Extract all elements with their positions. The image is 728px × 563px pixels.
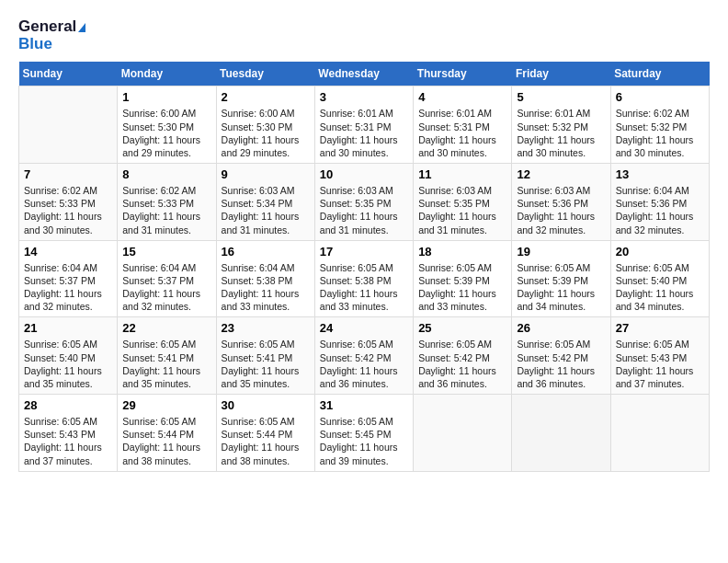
calendar-cell: 19Sunrise: 6:05 AMSunset: 5:39 PMDayligh… <box>512 240 610 317</box>
cell-info: Sunrise: 6:05 AMSunset: 5:42 PMDaylight:… <box>320 338 408 390</box>
calendar-cell: 12Sunrise: 6:03 AMSunset: 5:36 PMDayligh… <box>512 164 610 241</box>
cell-info: Sunrise: 6:05 AMSunset: 5:42 PMDaylight:… <box>517 338 605 390</box>
cell-info: Sunrise: 6:01 AMSunset: 5:31 PMDaylight:… <box>418 107 506 159</box>
calendar-cell: 22Sunrise: 6:05 AMSunset: 5:41 PMDayligh… <box>118 317 216 395</box>
cell-info: Sunrise: 6:03 AMSunset: 5:35 PMDaylight:… <box>320 184 408 236</box>
calendar-cell: 16Sunrise: 6:04 AMSunset: 5:38 PMDayligh… <box>216 240 314 317</box>
day-number: 21 <box>24 321 112 335</box>
day-number: 16 <box>222 245 310 259</box>
day-number: 8 <box>122 167 210 181</box>
day-number: 26 <box>517 321 605 335</box>
day-number: 27 <box>616 321 704 335</box>
calendar-cell: 26Sunrise: 6:05 AMSunset: 5:42 PMDayligh… <box>512 317 610 395</box>
cell-info: Sunrise: 6:01 AMSunset: 5:31 PMDaylight:… <box>320 107 408 159</box>
calendar-cell: 24Sunrise: 6:05 AMSunset: 5:42 PMDayligh… <box>314 317 413 395</box>
day-number: 4 <box>418 90 506 104</box>
day-number: 22 <box>122 321 210 335</box>
day-number: 9 <box>222 167 310 181</box>
col-header-thursday: Thursday <box>414 62 512 86</box>
page-header: General Blue <box>18 18 710 52</box>
day-number: 1 <box>122 90 210 104</box>
day-number: 12 <box>517 167 605 181</box>
calendar-cell: 30Sunrise: 6:05 AMSunset: 5:44 PMDayligh… <box>216 395 314 472</box>
week-row-5: 28Sunrise: 6:05 AMSunset: 5:43 PMDayligh… <box>19 395 710 472</box>
cell-info: Sunrise: 6:05 AMSunset: 5:45 PMDaylight:… <box>320 415 408 467</box>
calendar-cell: 20Sunrise: 6:05 AMSunset: 5:40 PMDayligh… <box>610 240 709 317</box>
cell-info: Sunrise: 6:05 AMSunset: 5:43 PMDaylight:… <box>24 415 112 467</box>
day-number: 13 <box>616 167 704 181</box>
cell-info: Sunrise: 6:03 AMSunset: 5:36 PMDaylight:… <box>517 184 605 236</box>
day-number: 31 <box>320 398 408 412</box>
cell-info: Sunrise: 6:00 AMSunset: 5:30 PMDaylight:… <box>222 107 310 159</box>
calendar-cell <box>512 395 610 472</box>
day-number: 23 <box>222 321 310 335</box>
cell-info: Sunrise: 6:02 AMSunset: 5:33 PMDaylight:… <box>122 184 210 236</box>
cell-info: Sunrise: 6:05 AMSunset: 5:40 PMDaylight:… <box>616 261 704 314</box>
day-number: 24 <box>320 321 408 335</box>
cell-info: Sunrise: 6:05 AMSunset: 5:39 PMDaylight:… <box>517 261 605 314</box>
calendar-table: SundayMondayTuesdayWednesdayThursdayFrid… <box>18 62 710 471</box>
day-number: 20 <box>616 245 704 259</box>
calendar-cell: 14Sunrise: 6:04 AMSunset: 5:37 PMDayligh… <box>19 240 118 317</box>
day-number: 15 <box>122 245 210 259</box>
col-header-friday: Friday <box>512 62 610 86</box>
calendar-cell: 3Sunrise: 6:01 AMSunset: 5:31 PMDaylight… <box>314 86 413 164</box>
day-number: 6 <box>616 90 704 104</box>
cell-info: Sunrise: 6:04 AMSunset: 5:37 PMDaylight:… <box>24 261 112 314</box>
week-row-4: 21Sunrise: 6:05 AMSunset: 5:40 PMDayligh… <box>19 317 710 395</box>
day-number: 2 <box>222 90 310 104</box>
day-number: 29 <box>122 398 210 412</box>
week-row-1: 1Sunrise: 6:00 AMSunset: 5:30 PMDaylight… <box>19 86 710 164</box>
header-row: SundayMondayTuesdayWednesdayThursdayFrid… <box>19 62 710 86</box>
cell-info: Sunrise: 6:05 AMSunset: 5:44 PMDaylight:… <box>222 415 310 467</box>
calendar-cell: 11Sunrise: 6:03 AMSunset: 5:35 PMDayligh… <box>414 164 512 241</box>
calendar-cell: 25Sunrise: 6:05 AMSunset: 5:42 PMDayligh… <box>414 317 512 395</box>
calendar-cell: 28Sunrise: 6:05 AMSunset: 5:43 PMDayligh… <box>19 395 118 472</box>
calendar-cell: 15Sunrise: 6:04 AMSunset: 5:37 PMDayligh… <box>118 240 216 317</box>
col-header-saturday: Saturday <box>610 62 709 86</box>
calendar-cell: 23Sunrise: 6:05 AMSunset: 5:41 PMDayligh… <box>216 317 314 395</box>
cell-info: Sunrise: 6:05 AMSunset: 5:42 PMDaylight:… <box>418 338 506 390</box>
calendar-cell: 9Sunrise: 6:03 AMSunset: 5:34 PMDaylight… <box>216 164 314 241</box>
day-number: 3 <box>320 90 408 104</box>
calendar-cell: 17Sunrise: 6:05 AMSunset: 5:38 PMDayligh… <box>314 240 413 317</box>
cell-info: Sunrise: 6:02 AMSunset: 5:33 PMDaylight:… <box>24 184 112 236</box>
calendar-cell: 10Sunrise: 6:03 AMSunset: 5:35 PMDayligh… <box>314 164 413 241</box>
cell-info: Sunrise: 6:01 AMSunset: 5:32 PMDaylight:… <box>517 107 605 159</box>
calendar-cell <box>414 395 512 472</box>
calendar-cell: 8Sunrise: 6:02 AMSunset: 5:33 PMDaylight… <box>118 164 216 241</box>
week-row-3: 14Sunrise: 6:04 AMSunset: 5:37 PMDayligh… <box>19 240 710 317</box>
cell-info: Sunrise: 6:04 AMSunset: 5:36 PMDaylight:… <box>616 184 704 236</box>
cell-info: Sunrise: 6:02 AMSunset: 5:32 PMDaylight:… <box>616 107 704 159</box>
col-header-tuesday: Tuesday <box>216 62 314 86</box>
day-number: 11 <box>418 167 506 181</box>
calendar-cell: 1Sunrise: 6:00 AMSunset: 5:30 PMDaylight… <box>118 86 216 164</box>
calendar-cell <box>610 395 709 472</box>
day-number: 18 <box>418 245 506 259</box>
cell-info: Sunrise: 6:05 AMSunset: 5:44 PMDaylight:… <box>122 415 210 467</box>
cell-info: Sunrise: 6:00 AMSunset: 5:30 PMDaylight:… <box>122 107 210 159</box>
calendar-cell: 7Sunrise: 6:02 AMSunset: 5:33 PMDaylight… <box>19 164 118 241</box>
calendar-cell: 21Sunrise: 6:05 AMSunset: 5:40 PMDayligh… <box>19 317 118 395</box>
day-number: 10 <box>320 167 408 181</box>
cell-info: Sunrise: 6:05 AMSunset: 5:43 PMDaylight:… <box>616 338 704 390</box>
calendar-cell: 18Sunrise: 6:05 AMSunset: 5:39 PMDayligh… <box>414 240 512 317</box>
cell-info: Sunrise: 6:05 AMSunset: 5:39 PMDaylight:… <box>418 261 506 314</box>
day-number: 7 <box>24 167 112 181</box>
calendar-cell: 5Sunrise: 6:01 AMSunset: 5:32 PMDaylight… <box>512 86 610 164</box>
cell-info: Sunrise: 6:05 AMSunset: 5:40 PMDaylight:… <box>24 338 112 390</box>
col-header-wednesday: Wednesday <box>314 62 413 86</box>
col-header-sunday: Sunday <box>19 62 118 86</box>
cell-info: Sunrise: 6:05 AMSunset: 5:41 PMDaylight:… <box>222 338 310 390</box>
day-number: 28 <box>24 398 112 412</box>
calendar-cell: 13Sunrise: 6:04 AMSunset: 5:36 PMDayligh… <box>610 164 709 241</box>
cell-info: Sunrise: 6:03 AMSunset: 5:35 PMDaylight:… <box>418 184 506 236</box>
calendar-cell: 31Sunrise: 6:05 AMSunset: 5:45 PMDayligh… <box>314 395 413 472</box>
day-number: 17 <box>320 245 408 259</box>
day-number: 25 <box>418 321 506 335</box>
cell-info: Sunrise: 6:05 AMSunset: 5:38 PMDaylight:… <box>320 261 408 314</box>
calendar-cell: 6Sunrise: 6:02 AMSunset: 5:32 PMDaylight… <box>610 86 709 164</box>
cell-info: Sunrise: 6:04 AMSunset: 5:38 PMDaylight:… <box>222 261 310 314</box>
calendar-cell: 29Sunrise: 6:05 AMSunset: 5:44 PMDayligh… <box>118 395 216 472</box>
day-number: 5 <box>517 90 605 104</box>
